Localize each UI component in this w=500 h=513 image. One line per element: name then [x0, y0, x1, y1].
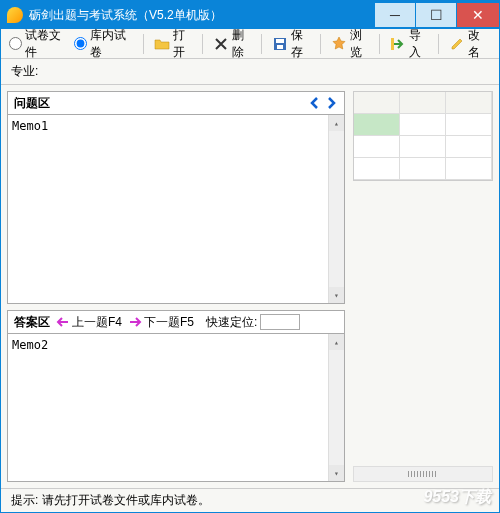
prev-arrow-icon[interactable] [308, 96, 322, 110]
arrow-left-icon [56, 316, 70, 328]
scroll-down-icon[interactable]: ▾ [329, 287, 344, 303]
svg-rect-3 [391, 38, 394, 50]
next-question-button[interactable]: 下一题F5 [128, 314, 194, 331]
toolbar: 试卷文件 库内试卷 打开 删除 保存 [1, 29, 499, 59]
data-grid[interactable] [353, 91, 493, 181]
radio-lib-paper-input[interactable] [74, 37, 87, 50]
grid-cell[interactable] [400, 158, 446, 180]
separator [379, 34, 380, 54]
app-icon [7, 7, 23, 23]
grid-cell[interactable] [446, 136, 492, 158]
browse-icon [331, 36, 347, 52]
radio-lib-paper[interactable]: 库内试卷 [74, 27, 131, 61]
separator [143, 34, 144, 54]
scrollbar-vertical[interactable]: ▴ ▾ [328, 115, 344, 303]
grid-header-row [354, 92, 492, 114]
minimize-button[interactable]: ─ [375, 3, 415, 27]
window-title: 砺剑出题与考试系统（V5.2单机版） [29, 7, 374, 24]
status-hint: 提示: 请先打开试卷文件或库内试卷。 [11, 492, 210, 509]
grid-row[interactable] [354, 158, 492, 180]
major-label: 专业: [11, 63, 38, 80]
splitter-handle[interactable] [353, 466, 493, 482]
app-window: 砺剑出题与考试系统（V5.2单机版） ─ ☐ ✕ 试卷文件 库内试卷 打开 [0, 0, 500, 513]
watermark: 9553下载 [423, 487, 491, 508]
grid-cell[interactable] [446, 158, 492, 180]
close-button[interactable]: ✕ [457, 3, 499, 27]
grid-row[interactable] [354, 136, 492, 158]
separator [261, 34, 262, 54]
scroll-up-icon[interactable]: ▴ [329, 334, 344, 350]
open-folder-icon [154, 36, 170, 52]
grid-cell[interactable] [354, 136, 400, 158]
svg-rect-1 [276, 39, 284, 43]
content-area: 问题区 Memo1 ▴ ▾ [1, 85, 499, 488]
prev-question-button[interactable]: 上一题F4 [56, 314, 122, 331]
scroll-down-icon[interactable]: ▾ [329, 465, 344, 481]
save-button[interactable]: 保存 [268, 25, 314, 63]
answer-header: 答案区 上一题F4 下一题F5 快速定位: [7, 310, 345, 334]
left-pane: 问题区 Memo1 ▴ ▾ [1, 85, 351, 488]
grid-header-cell[interactable] [400, 92, 446, 114]
import-button[interactable]: 导入 [386, 25, 432, 63]
arrow-right-icon [128, 316, 142, 328]
separator [438, 34, 439, 54]
question-memo[interactable]: Memo1 ▴ ▾ [7, 115, 345, 304]
scrollbar-vertical[interactable]: ▴ ▾ [328, 334, 344, 481]
save-icon [272, 36, 288, 52]
separator [202, 34, 203, 54]
answer-memo[interactable]: Memo2 ▴ ▾ [7, 334, 345, 482]
next-arrow-icon[interactable] [324, 96, 338, 110]
grid-cell[interactable] [400, 136, 446, 158]
open-button[interactable]: 打开 [150, 25, 196, 63]
delete-icon [213, 36, 229, 52]
grid-cell[interactable] [446, 114, 492, 136]
grip-icon [408, 471, 438, 477]
browse-button[interactable]: 浏览 [327, 25, 373, 63]
quick-locate-input[interactable] [260, 314, 300, 330]
grid-cell-selected[interactable] [354, 114, 400, 136]
svg-rect-2 [277, 45, 283, 49]
rename-icon [449, 36, 465, 52]
right-pane [351, 85, 499, 488]
quick-locate: 快速定位: [206, 314, 300, 331]
grid-header-cell[interactable] [354, 92, 400, 114]
grid-header-cell[interactable] [446, 92, 492, 114]
import-icon [390, 36, 406, 52]
scroll-up-icon[interactable]: ▴ [329, 115, 344, 131]
grid-row[interactable] [354, 114, 492, 136]
question-header: 问题区 [7, 91, 345, 115]
grid-cell[interactable] [400, 114, 446, 136]
radio-paper-file[interactable]: 试卷文件 [9, 27, 66, 61]
subbar: 专业: [1, 59, 499, 85]
separator [320, 34, 321, 54]
grid-cell[interactable] [354, 158, 400, 180]
maximize-button[interactable]: ☐ [416, 3, 456, 27]
delete-button[interactable]: 删除 [209, 25, 255, 63]
rename-button[interactable]: 改名 [445, 25, 491, 63]
radio-paper-file-input[interactable] [9, 37, 22, 50]
